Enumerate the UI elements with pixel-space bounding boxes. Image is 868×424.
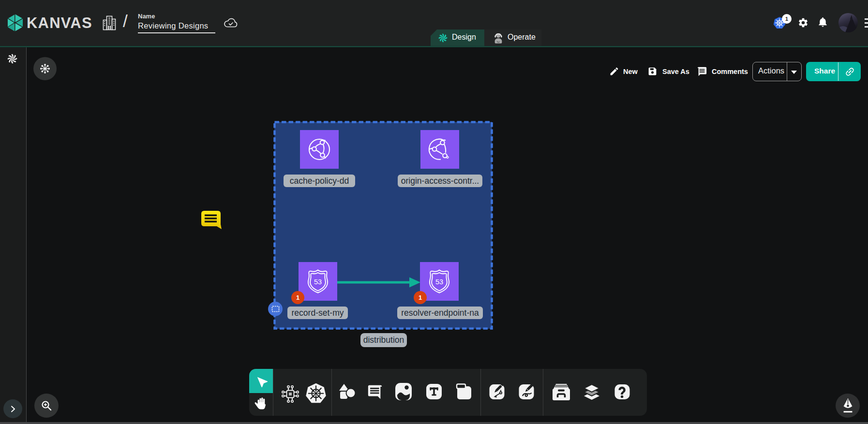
svg-text:53: 53 <box>314 278 322 286</box>
svg-text:53: 53 <box>435 278 443 286</box>
